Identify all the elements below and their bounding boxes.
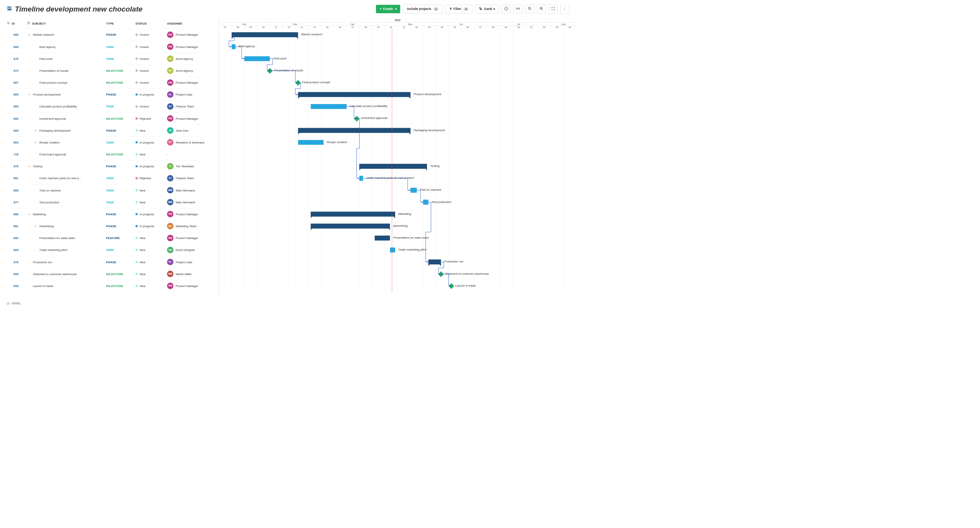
row-id[interactable]: 680 bbox=[7, 213, 27, 216]
row-subject[interactable]: Final board approval bbox=[39, 153, 66, 156]
include-projects-button[interactable]: Include projects 1 bbox=[403, 5, 442, 13]
gantt-bar[interactable] bbox=[298, 140, 324, 145]
row-subject[interactable]: Test production bbox=[39, 200, 59, 204]
row-assignee[interactable]: PMProduct Manager bbox=[167, 283, 212, 289]
gantt-bar[interactable] bbox=[423, 200, 428, 205]
zoom-in-button[interactable] bbox=[537, 5, 546, 14]
chevron-right-icon[interactable] bbox=[33, 129, 38, 132]
row-id[interactable]: 676 bbox=[7, 165, 27, 168]
milestone-marker[interactable] bbox=[449, 283, 454, 289]
row-assignee[interactable]: PMProduct Manager bbox=[167, 115, 212, 121]
gantt-bar[interactable] bbox=[244, 56, 270, 61]
gantt-bar[interactable] bbox=[428, 259, 441, 264]
row-id[interactable]: 660 bbox=[7, 188, 27, 192]
row-id[interactable]: 678 bbox=[7, 260, 27, 264]
table-row[interactable]: 670 Field work TASK Closed AAAnne Agency bbox=[0, 53, 219, 65]
row-assignee[interactable]: PLProject Lead bbox=[167, 91, 212, 97]
row-assignee[interactable]: FTFinance Team bbox=[167, 175, 212, 181]
table-row[interactable]: 662 Investment approval MILESTONE Reject… bbox=[0, 112, 219, 124]
chevron-right-icon[interactable] bbox=[33, 141, 38, 144]
create-button[interactable]: + Create ▾ bbox=[376, 5, 401, 13]
row-assignee[interactable]: PLProject Lead bbox=[167, 259, 212, 265]
row-assignee[interactable]: MMMike Mechanic bbox=[167, 187, 212, 193]
table-row[interactable]: 667 Final product concept MILESTONE Clos… bbox=[0, 77, 219, 89]
row-id[interactable]: 658 bbox=[7, 284, 27, 288]
row-id[interactable]: 667 bbox=[7, 81, 27, 84]
row-subject[interactable]: Marketing bbox=[33, 213, 46, 216]
row-subject[interactable]: Presentation of results bbox=[39, 69, 68, 73]
table-row[interactable]: 669 Packaging development PHASE New JDJa… bbox=[0, 125, 219, 137]
row-assignee[interactable]: - bbox=[167, 153, 212, 156]
col-status-label[interactable]: STATUS bbox=[136, 21, 167, 25]
row-id[interactable]: 666 bbox=[7, 33, 27, 36]
gantt-bar[interactable] bbox=[359, 176, 363, 181]
row-assignee[interactable]: MMMike Mechanic bbox=[167, 199, 212, 205]
table-row[interactable]: 678 Production run PHASE New PLProject L… bbox=[0, 256, 219, 268]
gantt-bar[interactable] bbox=[359, 164, 427, 169]
row-assignee[interactable]: PMProduct Manager bbox=[167, 79, 212, 86]
row-id[interactable]: 681 bbox=[7, 224, 27, 228]
view-gantt-button[interactable]: Gantt ▾ bbox=[475, 5, 499, 13]
table-row[interactable]: 683 Trade marketing pitch TASK New DDDor… bbox=[0, 244, 219, 256]
row-id[interactable]: 662 bbox=[7, 117, 27, 120]
row-assignee[interactable]: FTFinance Team bbox=[167, 103, 212, 109]
milestone-marker[interactable] bbox=[438, 271, 444, 277]
table-row[interactable]: 659 Shipment to customer warehouse MILES… bbox=[0, 268, 219, 280]
col-type-label[interactable]: TYPE bbox=[106, 21, 135, 25]
row-subject[interactable]: Calculate product profitability bbox=[39, 105, 77, 108]
col-subject-label[interactable]: SUBJECT bbox=[32, 21, 46, 25]
autozoom-button[interactable] bbox=[513, 5, 523, 14]
table-row[interactable]: 668 Brief agency TASK Closed PMProduct M… bbox=[0, 41, 219, 53]
chevron-right-icon[interactable] bbox=[33, 225, 38, 228]
save-icon[interactable] bbox=[7, 6, 12, 13]
chevron-down-icon[interactable] bbox=[27, 93, 31, 96]
row-id[interactable]: 674 bbox=[7, 69, 27, 73]
row-assignee[interactable]: PMProduct Manager bbox=[167, 235, 212, 241]
table-row[interactable]: 674 Presentation of results MILESTONE Cl… bbox=[0, 65, 219, 77]
gantt-bar[interactable] bbox=[311, 212, 395, 217]
row-id[interactable]: 659 bbox=[7, 272, 27, 276]
row-subject[interactable]: Packaging development bbox=[39, 129, 71, 132]
table-row[interactable]: 677 Test production TASK New MMMike Mech… bbox=[0, 196, 219, 208]
row-id[interactable]: 663 bbox=[7, 105, 27, 108]
row-assignee[interactable]: MTMarketing Team bbox=[167, 223, 212, 229]
gantt-bar[interactable] bbox=[390, 248, 395, 252]
sort-icon[interactable] bbox=[7, 21, 10, 25]
row-subject[interactable]: Advertising bbox=[39, 224, 54, 228]
col-assignee-label[interactable]: ASSIGNEE bbox=[167, 21, 212, 25]
row-id[interactable]: 677 bbox=[7, 200, 27, 204]
row-subject[interactable]: Product development bbox=[33, 93, 61, 96]
col-id-label[interactable]: ID bbox=[12, 21, 15, 25]
row-subject[interactable]: Final product concept bbox=[39, 81, 67, 84]
row-assignee[interactable]: AAAnne Agency bbox=[167, 56, 212, 62]
row-assignee[interactable]: PMProduct Manager bbox=[167, 31, 212, 38]
table-row[interactable]: 660 Trial on machine TASK New MMMike Mec… bbox=[0, 184, 219, 196]
row-subject[interactable]: Investment approval bbox=[39, 117, 66, 120]
row-assignee[interactable]: JDJane Doe bbox=[167, 127, 212, 134]
gantt-bar[interactable] bbox=[311, 104, 346, 109]
table-row[interactable]: 681 Advertising PHASE In progress MTMark… bbox=[0, 220, 219, 232]
row-subject[interactable]: Shipment to customer warehouse bbox=[33, 272, 77, 276]
gantt-bar[interactable] bbox=[411, 188, 417, 193]
row-id[interactable]: 669 bbox=[7, 129, 27, 132]
table-row[interactable]: 719 Final board approval MILESTONE New - bbox=[0, 148, 219, 160]
row-id[interactable]: 661 bbox=[7, 177, 27, 180]
gantt-bar[interactable] bbox=[232, 44, 235, 49]
milestone-marker[interactable] bbox=[295, 80, 301, 86]
row-subject[interactable]: Order machine parts for new p... bbox=[39, 177, 81, 180]
row-id[interactable]: 682 bbox=[7, 236, 27, 240]
row-subject[interactable]: Brief agency bbox=[39, 45, 55, 48]
row-assignee[interactable]: DDDoris Designer bbox=[167, 247, 212, 253]
zoom-out-button[interactable] bbox=[525, 5, 535, 14]
row-subject[interactable]: Production run bbox=[33, 260, 52, 264]
hierarchy-icon[interactable] bbox=[27, 21, 30, 25]
row-subject[interactable]: Field work bbox=[39, 57, 53, 60]
table-row[interactable]: 682 Presentation for sales team FEATURE … bbox=[0, 232, 219, 244]
row-assignee[interactable]: MMMartin Miller bbox=[167, 271, 212, 277]
row-subject[interactable]: Trial on machine bbox=[39, 188, 61, 192]
milestone-marker[interactable] bbox=[354, 116, 360, 122]
gantt-bar[interactable] bbox=[298, 128, 411, 133]
row-subject[interactable]: Testing bbox=[33, 165, 42, 168]
gantt-bar[interactable] bbox=[375, 236, 390, 241]
table-row[interactable]: 680 Marketing PHASE In progress PMProduc… bbox=[0, 208, 219, 220]
